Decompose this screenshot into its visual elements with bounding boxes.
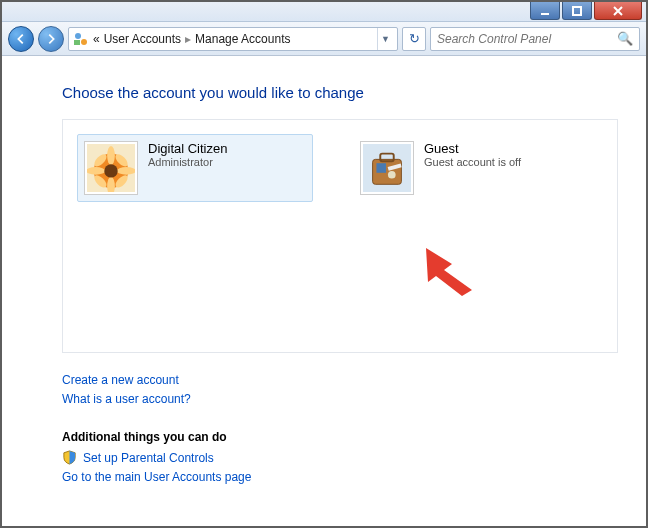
avatar [360,141,414,195]
breadcrumb-dropdown-icon[interactable]: ▼ [377,28,393,50]
link-parental-controls[interactable]: Set up Parental Controls [62,450,618,465]
close-button[interactable] [594,2,642,20]
account-text: Guest Guest account is off [424,141,521,168]
search-input[interactable] [437,32,611,46]
svg-point-15 [104,164,117,177]
flower-icon [87,144,135,192]
link-main-accounts-page[interactable]: Go to the main User Accounts page [62,470,618,484]
search-icon: 🔍 [617,31,633,46]
suitcase-icon [363,144,411,192]
back-button[interactable] [8,26,34,52]
breadcrumb-part1[interactable]: User Accounts [104,32,181,46]
minimize-button[interactable] [530,2,560,20]
shield-icon [62,450,77,465]
window-chrome [2,2,646,22]
link-what-is-account[interactable]: What is a user account? [62,392,618,406]
account-name: Guest [424,141,521,156]
svg-point-2 [75,33,81,39]
window-frame: « User Accounts ▸ Manage Accounts ▼ ↻ 🔍 … [0,0,648,528]
svg-rect-4 [74,40,80,45]
account-role: Guest account is off [424,156,521,168]
refresh-button[interactable]: ↻ [402,27,426,51]
account-name: Digital Citizen [148,141,227,156]
link-parental-controls-text: Set up Parental Controls [83,451,214,465]
breadcrumb-part2[interactable]: Manage Accounts [195,32,290,46]
svg-rect-1 [573,7,581,15]
svg-point-20 [388,171,396,179]
accounts-panel: Digital Citizen Administrator [62,119,618,353]
breadcrumb-separator-icon: ▸ [185,32,191,46]
window-buttons [530,2,642,20]
account-text: Digital Citizen Administrator [148,141,227,168]
account-tile-digital-citizen[interactable]: Digital Citizen Administrator [77,134,313,202]
forward-button[interactable] [38,26,64,52]
account-role: Administrator [148,156,227,168]
maximize-button[interactable] [562,2,592,20]
accounts-row: Digital Citizen Administrator [77,134,603,202]
avatar [84,141,138,195]
search-box[interactable]: 🔍 [430,27,640,51]
svg-rect-0 [541,13,549,15]
breadcrumb-prefix: « [93,32,100,46]
account-tile-guest[interactable]: Guest Guest account is off [353,134,589,202]
page-title: Choose the account you would like to cha… [62,84,618,101]
links-section: Create a new account What is a user acco… [62,373,618,484]
svg-point-3 [81,39,87,45]
refresh-icon: ↻ [409,31,420,46]
link-create-account[interactable]: Create a new account [62,373,618,387]
control-panel-icon [73,31,89,47]
content-area: Choose the account you would like to cha… [2,56,646,526]
additional-subheading: Additional things you can do [62,430,618,444]
breadcrumb[interactable]: « User Accounts ▸ Manage Accounts ▼ [68,27,398,51]
svg-point-7 [107,146,115,165]
toolbar: « User Accounts ▸ Manage Accounts ▼ ↻ 🔍 [2,22,646,56]
svg-rect-19 [376,163,386,173]
